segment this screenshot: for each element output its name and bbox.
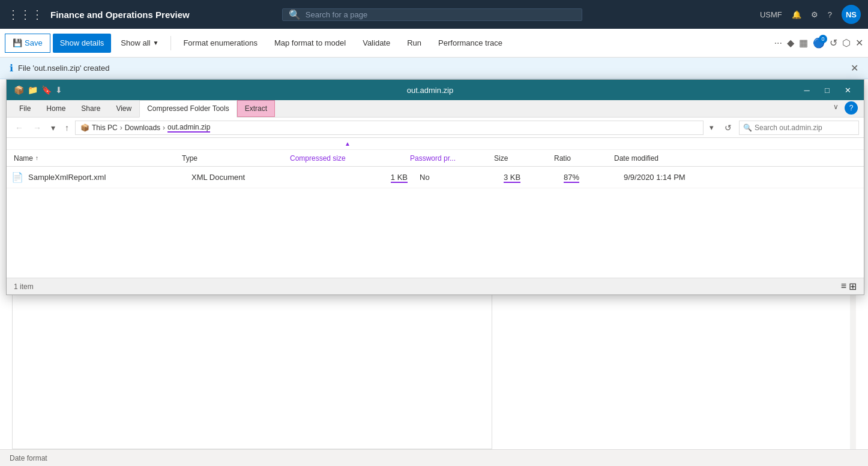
col-sort-arrow: ↑: [35, 155, 38, 161]
search-input-fe[interactable]: [755, 124, 855, 132]
main-toolbar: 💾 Save Show details Show all ▼ Format en…: [0, 29, 868, 58]
col-size-label: Size: [494, 154, 508, 163]
validate-button[interactable]: Validate: [355, 34, 397, 53]
search-icon: 🔍: [289, 9, 301, 20]
bookmark-icon: 🔖: [41, 85, 52, 95]
file-ratio: 87%: [564, 173, 624, 182]
column-headers: Name ↑ Type Compressed size Password pr.…: [7, 150, 864, 167]
history-button[interactable]: ▾: [47, 121, 59, 135]
external-link-icon[interactable]: ⬡: [842, 37, 851, 49]
col-header-name[interactable]: Name ↑: [11, 154, 179, 163]
path-sep-2: ›: [163, 124, 165, 132]
col-password-label: Password pr...: [410, 154, 456, 163]
file-row[interactable]: 📄 SampleXmlReport.xml XML Document 1 KB …: [7, 167, 864, 188]
window-title: out.admin.zip: [67, 86, 793, 95]
col-header-compressed[interactable]: Compressed size: [288, 154, 408, 163]
back-button[interactable]: ←: [11, 121, 27, 135]
view-icons: ≡ ⊞: [841, 281, 857, 292]
avatar[interactable]: NS: [842, 5, 861, 24]
forward-button[interactable]: →: [29, 121, 45, 135]
info-close-button[interactable]: ✕: [851, 62, 858, 74]
titlebar-icons: 📦 📁 🔖 ⬇: [14, 85, 62, 95]
address-path[interactable]: 📦 This PC › Downloads › out.admin.zip: [75, 121, 704, 135]
performance-trace-button[interactable]: Performance trace: [431, 34, 510, 53]
search-input[interactable]: [306, 10, 576, 19]
ribbon-expand-icon[interactable]: ∨: [828, 100, 843, 117]
ribbon-tab-compressed[interactable]: Compressed Folder Tools: [139, 100, 237, 118]
toolbar-right: ··· ◆ ▦ 🔵0 ↺ ⬡ ✕: [774, 37, 863, 49]
global-search[interactable]: 🔍: [282, 8, 582, 21]
ribbon: File Home Share View Compressed Folder T…: [7, 100, 864, 118]
col-header-type[interactable]: Type: [179, 154, 288, 163]
compressed-value: 1 KB: [391, 173, 408, 183]
large-icons-view-icon[interactable]: ⊞: [849, 281, 857, 292]
toolbar-separator-1: [170, 36, 171, 50]
item-count: 1 item: [14, 282, 34, 291]
save-button[interactable]: 💾 Save: [5, 34, 50, 53]
path-downloads: Downloads: [125, 124, 160, 132]
folder-icon-sm: 📁: [28, 85, 38, 95]
show-details-button[interactable]: Show details: [53, 34, 112, 53]
show-all-button[interactable]: Show all ▼: [113, 34, 166, 53]
path-current: out.admin.zip: [167, 123, 210, 133]
file-explorer-window: 📦 📁 🔖 ⬇ out.admin.zip ─ □ ✕ File Home Sh…: [6, 79, 864, 295]
maximize-button[interactable]: □: [818, 83, 836, 97]
col-header-password[interactable]: Password pr...: [408, 154, 492, 163]
quick-access-icon: ⬇: [55, 85, 62, 95]
ribbon-tab-view[interactable]: View: [108, 100, 139, 117]
user-label: USMF: [760, 10, 782, 19]
search-icon-fe: 🔍: [743, 124, 752, 132]
window-controls: ─ □ ✕: [798, 83, 857, 97]
minimize-button[interactable]: ─: [798, 83, 816, 97]
ribbon-tab-share[interactable]: Share: [73, 100, 108, 117]
ribbon-extract-button[interactable]: Extract: [237, 100, 275, 117]
address-bar: ← → ▾ ↑ 📦 This PC › Downloads › out.admi…: [7, 118, 864, 138]
size-value: 3 KB: [504, 173, 520, 183]
map-format-button[interactable]: Map format to model: [267, 34, 353, 53]
info-icon: ℹ: [10, 62, 13, 74]
xml-file-icon: 📄: [11, 172, 23, 183]
search-box[interactable]: 🔍: [739, 121, 859, 135]
up-button[interactable]: ↑: [61, 121, 73, 135]
status-bar: 1 item ≡ ⊞: [7, 278, 864, 294]
help-icon[interactable]: ?: [828, 10, 832, 19]
more-icon[interactable]: ···: [774, 38, 782, 49]
main-content: FORMAT TO LEARN DEFERRED XML ELEMENTS : …: [0, 79, 868, 466]
diamond-icon[interactable]: ◆: [787, 37, 794, 49]
col-compressed-label: Compressed size: [290, 154, 346, 163]
sort-indicator-row: ▲: [7, 138, 864, 150]
col-name-label: Name: [14, 154, 33, 163]
col-header-date[interactable]: Date modified: [612, 154, 859, 163]
details-view-icon[interactable]: ≡: [841, 281, 846, 292]
ribbon-tab-file[interactable]: File: [11, 100, 38, 117]
refresh-button[interactable]: ↺: [720, 121, 737, 135]
refresh-icon[interactable]: ↺: [830, 37, 837, 49]
ribbon-help-icon[interactable]: ?: [845, 101, 858, 115]
show-all-chevron-icon: ▼: [153, 40, 159, 46]
run-button[interactable]: Run: [400, 34, 429, 53]
badge-icon: 🔵0: [813, 37, 825, 49]
format-enumerations-button[interactable]: Format enumerations: [176, 34, 265, 53]
col-header-ratio[interactable]: Ratio: [552, 154, 612, 163]
path-this-pc: This PC: [92, 124, 118, 132]
zip-folder-icon: 📦: [80, 124, 89, 132]
info-message: File 'out.nselin.zip' created: [18, 64, 109, 73]
address-dropdown-button[interactable]: ▾: [706, 121, 717, 134]
notification-icon[interactable]: 🔔: [792, 10, 801, 19]
close-icon[interactable]: ✕: [855, 37, 863, 49]
bottom-bar: Date format: [0, 449, 868, 466]
col-header-size[interactable]: Size: [492, 154, 552, 163]
ribbon-tabs: File Home Share View Compressed Folder T…: [7, 100, 864, 117]
file-password: No: [420, 173, 504, 182]
file-type: XML Document: [191, 173, 300, 182]
ribbon-tab-home[interactable]: Home: [38, 100, 73, 117]
nav-right: USMF 🔔 ⚙ ? NS: [760, 5, 861, 24]
close-window-button[interactable]: ✕: [839, 83, 857, 97]
settings-icon[interactable]: ⚙: [811, 10, 818, 19]
zip-icon: 📦: [14, 85, 24, 95]
file-compressed-size: 1 KB: [300, 173, 420, 182]
col-type-label: Type: [182, 154, 197, 163]
grid-icon[interactable]: ⋮⋮⋮: [7, 7, 43, 22]
file-size: 3 KB: [504, 173, 564, 182]
layout-icon[interactable]: ▦: [799, 37, 808, 49]
